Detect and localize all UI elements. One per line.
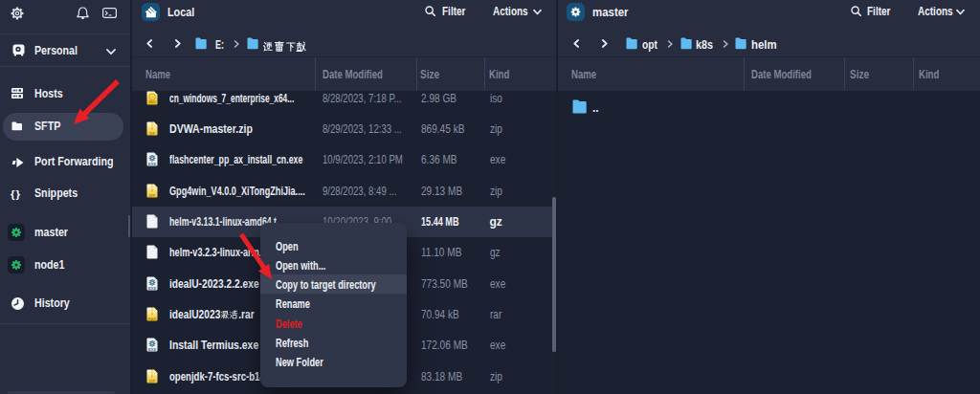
- svg-text:EXE: EXE: [147, 285, 156, 290]
- svg-text:ZIP: ZIP: [148, 131, 155, 136]
- svg-text:ZIP: ZIP: [148, 378, 155, 383]
- svg-text:EXE: EXE: [147, 347, 156, 352]
- svg-text:ZIP: ZIP: [148, 192, 155, 197]
- svg-text:ISO: ISO: [148, 99, 156, 104]
- svg-text:EXE: EXE: [147, 162, 156, 166]
- svg-text:RAR: RAR: [147, 317, 156, 321]
